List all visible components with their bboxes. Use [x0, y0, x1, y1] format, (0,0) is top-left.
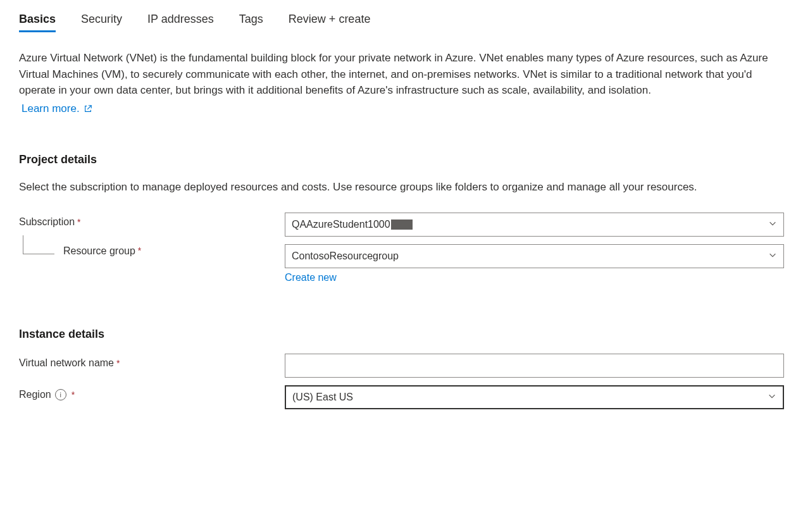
- resource-group-select[interactable]: ContosoResourcegroup: [285, 244, 784, 268]
- resource-group-value: ContosoResourcegroup: [292, 251, 399, 262]
- required-indicator: *: [138, 245, 141, 256]
- tab-review-create[interactable]: Review + create: [289, 13, 371, 32]
- tabs-bar: Basics Security IP addresses Tags Review…: [19, 13, 784, 32]
- hierarchy-connector: [23, 235, 54, 254]
- region-label: Region: [19, 389, 51, 400]
- subscription-select[interactable]: QAAzureStudent1000: [285, 213, 784, 237]
- vnet-name-label: Virtual network name: [19, 357, 114, 369]
- resource-group-row: Resource group * ContosoResourcegroup Cr…: [19, 244, 784, 283]
- region-row: Region i * (US) East US: [19, 385, 784, 409]
- required-indicator: *: [77, 217, 80, 227]
- subscription-value: QAAzureStudent1000: [292, 219, 390, 230]
- project-details-description: Select the subscription to manage deploy…: [19, 179, 784, 195]
- redacted-text: [391, 220, 413, 230]
- info-icon[interactable]: i: [55, 389, 66, 400]
- subscription-row: Subscription * QAAzureStudent1000: [19, 213, 784, 237]
- tab-tags[interactable]: Tags: [239, 13, 263, 32]
- chevron-down-icon: [768, 392, 776, 403]
- create-new-link[interactable]: Create new: [285, 272, 337, 283]
- tab-security[interactable]: Security: [81, 13, 122, 32]
- chevron-down-icon: [768, 251, 777, 262]
- resource-group-label: Resource group: [63, 245, 135, 257]
- instance-details-heading: Instance details: [19, 328, 784, 341]
- chevron-down-icon: [768, 219, 777, 230]
- subscription-label: Subscription: [19, 216, 75, 228]
- vnet-name-row: Virtual network name *: [19, 354, 784, 378]
- intro-text: Azure Virtual Network (VNet) is the fund…: [19, 50, 784, 99]
- tab-basics[interactable]: Basics: [19, 13, 56, 32]
- project-details-heading: Project details: [19, 153, 784, 166]
- region-select[interactable]: (US) East US: [285, 385, 784, 409]
- learn-more-link[interactable]: Learn more.: [22, 102, 92, 115]
- required-indicator: *: [72, 390, 75, 400]
- required-indicator: *: [116, 358, 120, 368]
- region-value: (US) East US: [292, 392, 353, 403]
- learn-more-label: Learn more.: [22, 102, 80, 115]
- external-link-icon: [84, 104, 92, 113]
- tab-ip-addresses[interactable]: IP addresses: [147, 13, 214, 32]
- vnet-name-input[interactable]: [285, 354, 784, 378]
